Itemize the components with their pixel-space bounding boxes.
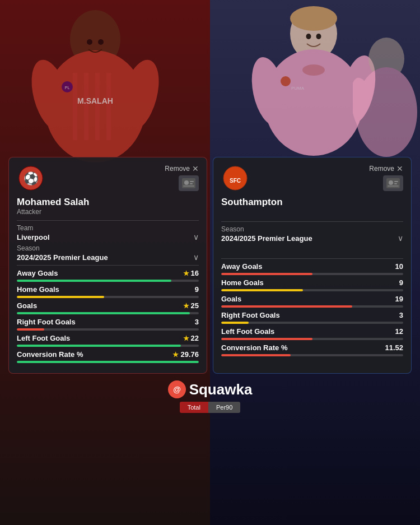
stat-row: Goals★25 bbox=[17, 301, 199, 314]
liverpool-logo: ⚽ bbox=[17, 164, 45, 192]
season-row-left: 2024/2025 Premier League ∨ bbox=[17, 253, 199, 262]
stat-row: Conversion Rate %11.52 bbox=[221, 343, 403, 356]
stat-value: 9 bbox=[195, 285, 199, 294]
close-icon-left[interactable]: ✕ bbox=[192, 164, 199, 173]
svg-point-31 bbox=[184, 180, 189, 185]
stat-value: 19 bbox=[395, 295, 403, 303]
divider-1-left bbox=[17, 220, 199, 221]
stat-name: Away Goals bbox=[17, 269, 58, 277]
stat-name: Conversion Rate % bbox=[221, 343, 287, 352]
svg-point-38 bbox=[389, 180, 393, 185]
stat-bar-container bbox=[17, 296, 199, 298]
stat-value-row: Right Foot Goals3 bbox=[221, 311, 403, 319]
stat-row: Left Foot Goals12 bbox=[221, 327, 403, 340]
season-dropdown-left[interactable]: ∨ bbox=[193, 253, 199, 262]
stat-row: Away Goals10 bbox=[221, 262, 403, 275]
stat-bar-container bbox=[17, 280, 199, 282]
stat-bar bbox=[221, 354, 291, 356]
stat-bar bbox=[17, 361, 199, 363]
stat-row: Right Foot Goals3 bbox=[17, 318, 199, 331]
star-icon: ★ bbox=[183, 302, 189, 310]
star-icon: ★ bbox=[183, 334, 189, 342]
remove-button-right[interactable]: Remove ✕ bbox=[369, 164, 403, 173]
stat-name: Conversion Rate % bbox=[17, 350, 83, 359]
cards-row: ⚽ Remove ✕ bbox=[0, 157, 420, 374]
player-card-left: ⚽ Remove ✕ bbox=[8, 157, 207, 374]
stat-value: ★25 bbox=[183, 301, 199, 310]
season-label-right: Season bbox=[221, 225, 403, 233]
remove-button-left[interactable]: Remove ✕ bbox=[165, 164, 199, 173]
svg-rect-40 bbox=[394, 183, 397, 184]
stat-value-row: Right Foot Goals3 bbox=[17, 318, 199, 326]
toggle-total[interactable]: Total bbox=[180, 402, 208, 413]
stat-bar-container bbox=[17, 328, 199, 331]
stat-row: Goals19 bbox=[221, 295, 403, 308]
stat-name: Right Foot Goals bbox=[221, 311, 280, 319]
stat-name: Goals bbox=[221, 295, 241, 303]
stat-name: Home Goals bbox=[221, 278, 264, 287]
stat-row: Left Foot Goals★22 bbox=[17, 334, 199, 347]
stat-bar-container bbox=[221, 322, 403, 324]
svg-rect-34 bbox=[183, 185, 194, 187]
player-card-right: SFC Remove ✕ bbox=[213, 157, 412, 374]
squawka-logo: @ Squawka bbox=[168, 380, 253, 398]
squawka-text: Squawka bbox=[189, 381, 253, 398]
stat-name: Right Foot Goals bbox=[17, 318, 76, 326]
stat-value: 3 bbox=[195, 318, 199, 326]
stat-name: Left Foot Goals bbox=[221, 327, 274, 336]
stat-value-row: Home Goals9 bbox=[17, 285, 199, 294]
stat-value-row: Conversion Rate %★29.76 bbox=[17, 350, 199, 359]
remove-label-right: Remove bbox=[369, 165, 394, 173]
svg-rect-33 bbox=[190, 183, 193, 184]
stat-value: 9 bbox=[399, 278, 403, 287]
card-header-right-left: Remove ✕ bbox=[165, 164, 199, 191]
stat-value-row: Home Goals9 bbox=[221, 278, 403, 287]
team-row-left: Liverpool ∨ bbox=[17, 233, 199, 241]
stat-value: ★29.76 bbox=[172, 350, 199, 359]
stat-bar-container bbox=[221, 289, 403, 291]
stat-bar bbox=[17, 345, 181, 347]
stat-value-row: Goals★25 bbox=[17, 301, 199, 310]
season-dropdown-right[interactable]: ∨ bbox=[398, 234, 403, 243]
stat-value: 3 bbox=[399, 311, 403, 319]
main-content: ⚽ Remove ✕ bbox=[0, 0, 420, 525]
season-value-left: 2024/2025 Premier League bbox=[17, 253, 108, 262]
season-label-left: Season bbox=[17, 244, 199, 252]
svg-rect-39 bbox=[394, 181, 398, 182]
stat-bar bbox=[221, 338, 312, 340]
season-value-right: 2024/2025 Premier League bbox=[221, 234, 312, 243]
close-icon-right[interactable]: ✕ bbox=[396, 164, 403, 173]
stat-value: ★16 bbox=[183, 269, 199, 277]
stat-row: Home Goals9 bbox=[17, 285, 199, 298]
svg-rect-41 bbox=[388, 185, 399, 187]
toggle-per90[interactable]: Per90 bbox=[208, 402, 240, 413]
stat-name: Away Goals bbox=[221, 262, 262, 271]
stat-bar-container bbox=[221, 338, 403, 340]
stat-row: Home Goals9 bbox=[221, 278, 403, 291]
id-icon-right bbox=[383, 175, 403, 191]
stat-row: Away Goals★16 bbox=[17, 269, 199, 282]
stat-bar bbox=[221, 322, 249, 324]
stat-value: 12 bbox=[395, 327, 403, 336]
stat-value-row: Left Foot Goals★22 bbox=[17, 334, 199, 342]
stat-bar-container bbox=[17, 345, 199, 347]
stat-value-row: Goals19 bbox=[221, 295, 403, 303]
stat-bar-container bbox=[221, 273, 403, 275]
season-row-right: 2024/2025 Premier League ∨ bbox=[221, 234, 403, 243]
stat-bar-container bbox=[221, 354, 403, 356]
stat-bar-container bbox=[221, 305, 403, 308]
stat-bar bbox=[221, 289, 303, 291]
team-dropdown-left[interactable]: ∨ bbox=[193, 233, 199, 241]
stat-name: Left Foot Goals bbox=[17, 334, 70, 342]
stat-bar bbox=[17, 312, 190, 314]
stat-name: Home Goals bbox=[17, 285, 59, 294]
stats-container-right: Away Goals10Home Goals9Goals19Right Foot… bbox=[221, 262, 403, 356]
svg-rect-32 bbox=[190, 181, 194, 182]
svg-text:@: @ bbox=[173, 385, 181, 394]
card-header-left: ⚽ Remove ✕ bbox=[17, 164, 199, 192]
star-icon: ★ bbox=[183, 270, 189, 277]
spacer-right bbox=[221, 208, 403, 218]
stat-bar bbox=[221, 305, 352, 308]
svg-text:SFC: SFC bbox=[230, 178, 241, 184]
card-header-right: SFC Remove ✕ bbox=[221, 164, 403, 192]
